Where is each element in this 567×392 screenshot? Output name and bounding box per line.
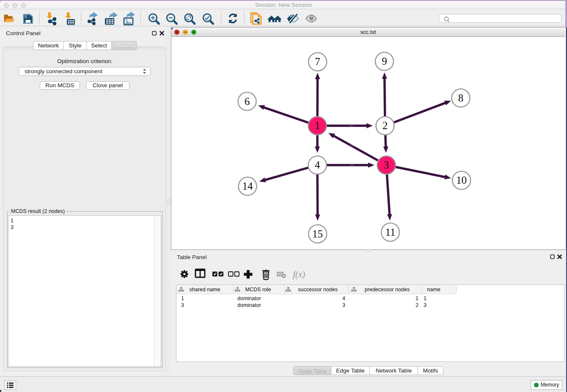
svg-text:8: 8 (458, 92, 464, 104)
svg-text:9: 9 (382, 55, 387, 67)
svg-text:6: 6 (245, 96, 250, 107)
svg-text:2: 2 (383, 120, 388, 131)
svg-text:4: 4 (315, 159, 320, 171)
svg-text:3: 3 (384, 159, 389, 171)
svg-text:7: 7 (315, 56, 320, 67)
svg-text:15: 15 (312, 228, 323, 240)
svg-text:14: 14 (242, 180, 253, 192)
svg-text:11: 11 (385, 226, 395, 238)
svg-text:f(x): f(x) (293, 269, 305, 279)
svg-text:1: 1 (315, 120, 320, 131)
svg-text:10: 10 (456, 174, 467, 186)
